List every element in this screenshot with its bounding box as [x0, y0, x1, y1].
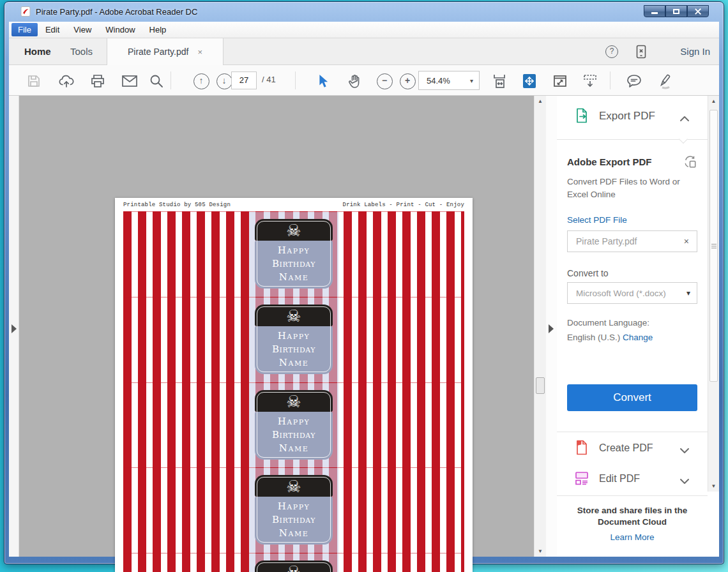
save-button[interactable] — [26, 73, 42, 89]
menu-edit[interactable]: Edit — [39, 23, 66, 36]
print-button[interactable] — [89, 73, 106, 89]
tools-panel: Export PDF Adobe Export PDF Convert PDF … — [557, 96, 719, 557]
badge-text-section: Happy Birthday Name — [255, 326, 333, 374]
convert-button[interactable]: Convert — [567, 384, 697, 411]
panel-scrollbar[interactable]: ▲ ▼ — [708, 96, 719, 492]
panel-scrollbar-thumb[interactable] — [709, 110, 718, 382]
menu-view[interactable]: View — [67, 23, 98, 36]
help-icon[interactable]: ? — [605, 45, 618, 58]
chevron-up-icon[interactable] — [679, 113, 690, 124]
share-upload-button[interactable] — [58, 73, 75, 89]
label-line-birthday: Birthday — [255, 428, 333, 442]
scroll-up-icon[interactable]: ▲ — [535, 98, 546, 104]
previous-page-button[interactable]: ↑ — [193, 73, 209, 89]
document-area[interactable]: Printable Studio by 505 Design Drink Lab… — [19, 96, 534, 557]
fit-width-button[interactable] — [491, 73, 508, 89]
edit-pdf-row[interactable]: Edit PDF — [599, 473, 640, 485]
menu-window[interactable]: Window — [99, 23, 141, 36]
drink-label-badge: ☠ Happy Birthday Name — [255, 305, 333, 374]
hand-tool-button[interactable] — [346, 73, 363, 89]
badge-skull-section: ☠ — [255, 219, 333, 241]
close-icon — [694, 8, 702, 15]
menu-help[interactable]: Help — [143, 23, 173, 36]
label-row: ☠ Happy Birthday Name — [123, 212, 464, 297]
select-tool-button[interactable] — [314, 73, 331, 89]
toolbar: ↑ ↓ 27 / 41 − + 54.4% ▾ — [9, 65, 719, 96]
learn-more-label[interactable]: Learn More — [610, 532, 654, 542]
highlight-pen-button[interactable] — [656, 73, 673, 89]
scroll-up-icon[interactable]: ▲ — [708, 98, 719, 104]
export-description: Convert PDF Files to Word or Excel Onlin… — [567, 176, 697, 200]
document-scrollbar-thumb[interactable] — [536, 377, 545, 394]
menubar: File Edit View Window Help — [9, 22, 719, 38]
label-line-birthday: Birthday — [255, 343, 333, 356]
hide-toolbar-button[interactable] — [582, 73, 598, 89]
change-language-link[interactable]: Change — [623, 333, 653, 342]
zoom-out-button[interactable]: − — [376, 73, 393, 89]
format-dropdown[interactable]: Microsoft Word (*.docx) ▾ — [567, 282, 697, 304]
badge-skull-section: ☠ — [255, 561, 333, 572]
menu-file[interactable]: File — [11, 23, 38, 36]
scroll-down-icon[interactable]: ▼ — [535, 548, 546, 554]
drink-label-badge: ☠ Happy Birthday Name — [255, 561, 333, 572]
open-navigation-pane-icon[interactable] — [11, 324, 17, 333]
page-header-right: Drink Labels - Print - Cut - Enjoy — [343, 202, 464, 208]
selected-file-name: Pirate Party.pdf — [576, 236, 684, 246]
panel-divider — [557, 432, 708, 432]
zoom-in-button[interactable]: + — [399, 73, 416, 89]
create-pdf-row[interactable]: Create PDF — [599, 442, 653, 454]
label-line-happy: Happy — [255, 244, 333, 257]
label-line-birthday: Birthday — [255, 513, 333, 527]
scrollbar-grip — [711, 244, 717, 250]
tab-document[interactable]: Pirate Party.pdf × — [107, 38, 224, 65]
arrow-down-icon: ↓ — [216, 73, 232, 89]
comment-button[interactable] — [626, 73, 642, 89]
panel-divider — [557, 495, 708, 496]
page-number-input[interactable]: 27 — [231, 72, 257, 89]
drink-label-badge: ☠ Happy Birthday Name — [255, 219, 333, 289]
minimize-icon — [651, 12, 658, 14]
close-button[interactable] — [687, 5, 709, 17]
tab-home[interactable]: Home — [19, 38, 56, 65]
skull-crossbones-icon: ☠ — [286, 221, 301, 240]
select-pdf-file-link[interactable]: Select PDF File — [567, 215, 627, 225]
label-line-happy: Happy — [255, 500, 333, 513]
badge-skull-section: ☠ — [255, 305, 333, 326]
label-line-name: Name — [255, 442, 333, 455]
window-controls — [644, 5, 709, 17]
fit-page-button[interactable] — [521, 73, 538, 89]
maximize-button[interactable] — [665, 5, 687, 17]
drink-label-badge: ☠ Happy Birthday Name — [255, 475, 333, 545]
document-language-label: Document Language: — [567, 318, 649, 327]
tab-close-icon[interactable]: × — [197, 47, 202, 57]
navigation-pane-strip — [9, 96, 19, 557]
label-row: ☠ Happy Birthday Name — [123, 297, 464, 383]
minimize-button[interactable] — [644, 5, 665, 17]
desktop: Pirate Party.pdf - Adobe Acrobat Reader … — [0, 0, 728, 572]
tab-tools[interactable]: Tools — [65, 38, 98, 65]
sign-in-button[interactable]: Sign In — [680, 38, 710, 65]
tab-bar: Home Tools Pirate Party.pdf × ? Sign In — [9, 38, 719, 65]
clear-file-icon[interactable]: × — [684, 236, 689, 246]
badge-text-section: Happy Birthday Name — [255, 497, 333, 545]
maximize-icon — [673, 9, 679, 14]
mobile-app-icon[interactable] — [635, 44, 648, 62]
next-page-button[interactable]: ↓ — [216, 73, 232, 89]
chevron-down-icon[interactable] — [679, 476, 690, 487]
dropdown-caret-icon: ▾ — [470, 77, 473, 84]
email-button[interactable] — [121, 73, 138, 89]
scroll-down-icon[interactable]: ▼ — [708, 483, 719, 489]
badge-text-section: Happy Birthday Name — [255, 241, 333, 289]
stripe-rows: ☠ Happy Birthday Name ☠ Happy Birthday N… — [123, 211, 464, 572]
zoom-level-dropdown[interactable]: 54.4% ▾ — [418, 71, 480, 90]
full-screen-button[interactable] — [552, 73, 568, 89]
badge-text-section: Happy Birthday Name — [255, 412, 333, 460]
search-icon[interactable] — [148, 73, 165, 89]
document-scrollbar[interactable]: ▲ ▼ — [534, 96, 546, 557]
collapse-panel-icon[interactable] — [549, 324, 554, 333]
titlebar[interactable]: Pirate Party.pdf - Adobe Acrobat Reader … — [4, 1, 724, 22]
chevron-down-icon[interactable] — [679, 445, 690, 456]
export-pdf-header[interactable]: Export PDF — [599, 110, 655, 123]
selected-file-field[interactable]: Pirate Party.pdf × — [567, 230, 697, 252]
label-line-name: Name — [255, 356, 333, 370]
